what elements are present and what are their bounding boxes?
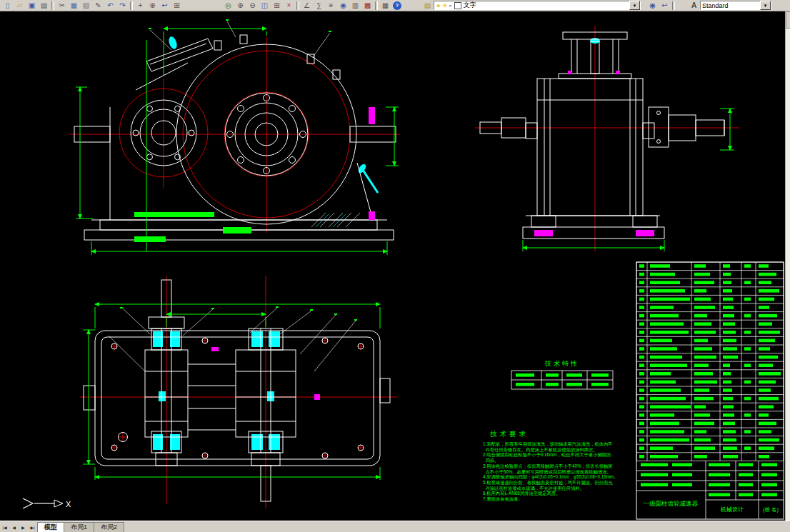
tech-requirements-block: 技术要求 1.装配前，所有零件用煤油清洗，滚动轴承用汽油清洗，机体内不 许有任何… <box>483 430 639 502</box>
zoom-window-icon[interactable]: ⊞ <box>171 1 183 11</box>
new-icon[interactable]: ▯ <box>1 1 14 11</box>
tech-requirements-line: 四倍。 <box>483 458 639 463</box>
drawing-title-text: 一级圆柱齿轮减速器 <box>644 500 699 507</box>
redraw-icon[interactable]: ◎ <box>222 1 234 11</box>
vertical-scrollbar-thumb[interactable] <box>786 11 790 29</box>
tech-requirements-line: 许有任何杂物存在。内壁涂上不被机油侵蚀的涂料两次。 <box>483 447 639 453</box>
save-icon[interactable]: ▣ <box>26 1 38 11</box>
text-style-combo[interactable]: Standard▼ <box>700 1 771 10</box>
redo-icon[interactable]: ↷ <box>116 1 129 11</box>
vertical-scrollbar[interactable] <box>785 11 790 521</box>
toolbar-separator <box>296 1 299 10</box>
tech-requirements-line: 4.应调整轴承轴向间隙：φ40为0.05~0.1mm，φ55为0.08~0.15… <box>483 474 639 480</box>
layers-icon[interactable]: ▤ <box>421 1 434 11</box>
zoom-scale-icon[interactable]: ⊞ <box>271 1 283 11</box>
text-style-combo-dropdown-icon[interactable]: ▼ <box>760 1 771 10</box>
toolbar-separator <box>375 1 378 10</box>
cut-icon[interactable]: ✂ <box>56 1 68 11</box>
autocad-window: { "colors": { "toolbar_bg": "#d4d0c8", "… <box>0 0 790 532</box>
make-object-layer-current-icon[interactable]: ◉ <box>646 1 659 11</box>
help-icon[interactable]: ? <box>393 1 401 10</box>
tech-requirements-line: 1.装配前，所有零件用煤油清洗，滚动轴承用汽油清洗，机体内不 <box>483 441 639 447</box>
zoom-previous-icon[interactable]: ↩ <box>159 1 171 11</box>
layer-lock-icon[interactable]: ▪ <box>449 2 451 9</box>
tech-requirements-line: 2.啮合侧隙用铅丝检验不小于0.16mm，铅丝不得大于最小侧隙的 <box>483 452 639 458</box>
tab-scroll-next[interactable]: ▶ <box>19 523 28 532</box>
zoom-out-icon[interactable]: ⊖ <box>246 1 259 11</box>
tech-characteristics-title: 技术特性 <box>544 360 579 367</box>
tab-scroll-last[interactable]: ▶| <box>28 523 37 532</box>
tech-requirements-line: 6.机座内装L-AN68润滑油至规定高度。 <box>483 491 639 496</box>
layer-combo-dropdown-icon[interactable]: ▼ <box>629 1 640 10</box>
zoom-realtime-icon[interactable]: ⊕ <box>146 1 159 11</box>
tech-requirements-text: 1.装配前，所有零件用煤油清洗，滚动轴承用汽油清洗，机体内不 许有任何杂物存在。… <box>483 441 639 502</box>
drawing-canvas[interactable]: 技术特性 一级圆柱齿轮减速器 机械设计 (校 名) <box>0 0 790 532</box>
layer-combo[interactable]: ●☀▪文字▼ <box>434 1 641 10</box>
area-icon[interactable]: ∑ <box>313 1 325 11</box>
layer-on-bulb-icon[interactable]: ● <box>436 2 440 9</box>
text-style-icon[interactable]: A <box>688 1 700 11</box>
properties-icon[interactable]: ▩ <box>361 1 374 11</box>
toolbar-separator <box>51 1 54 10</box>
zoom-in-icon[interactable]: ⊕ <box>234 1 246 11</box>
discipline-text: 机械设计 <box>720 506 744 513</box>
erase-icon[interactable]: × <box>283 1 295 11</box>
tech-requirements-line: 3.用涂色法检验斑点：按齿高接触斑点不小于40%；按齿长接触斑 <box>483 463 639 469</box>
tech-requirements-line: 许涂以密封油漆或水玻璃，不允许使用任何填料。 <box>483 486 639 491</box>
calculator-icon[interactable]: ▥ <box>349 1 361 11</box>
toolbar-separator <box>130 1 133 10</box>
text-style-combo-value: Standard <box>702 2 729 9</box>
plot-icon[interactable]: ▤ <box>38 1 50 11</box>
main-toolbar: ▯▱▣▤✂▦▧✎↶↷+⊕↩⊞◎⊕⊖◫⊞×∠∑≡◉▥▩▦?▤●☀▪文字▼◉↩ASt… <box>0 0 790 11</box>
ucs-x-axis-label: X <box>66 500 71 508</box>
open-icon[interactable]: ▱ <box>14 1 26 11</box>
table-icon[interactable]: ▦ <box>379 1 391 11</box>
layer-freeze-sun-icon[interactable]: ☀ <box>441 2 447 9</box>
toolbar-separator <box>672 1 675 10</box>
zoom-extents-icon[interactable]: ◫ <box>259 1 271 11</box>
tab-model[interactable]: 模型 <box>37 522 64 532</box>
tab-scroll-first[interactable]: |◀ <box>0 523 9 532</box>
distance-icon[interactable]: ∠ <box>301 1 313 11</box>
tech-requirements-line: 5.检查减速器剖分面、各接触面及密封处，均不许漏油。剖分面允 <box>483 480 639 486</box>
paste-icon[interactable]: ▧ <box>80 1 92 11</box>
match-properties-icon[interactable]: ✎ <box>92 1 104 11</box>
list-icon[interactable]: ≡ <box>325 1 337 11</box>
tab-scroll-prev[interactable]: ◀ <box>9 523 19 532</box>
school-name-text: (校 名) <box>763 506 779 513</box>
tech-requirements-title: 技术要求 <box>490 430 639 439</box>
tech-requirements-line: 7.表面涂灰色油漆。 <box>483 496 639 502</box>
tab-layout2[interactable]: 布局2 <box>94 522 124 532</box>
tab-layout1[interactable]: 布局1 <box>64 522 94 532</box>
layer-combo-value: 文字 <box>464 1 476 10</box>
undo-icon[interactable]: ↶ <box>104 1 116 11</box>
layer-color-swatch-icon <box>454 2 461 9</box>
layout-tab-bar: |◀◀▶▶|模型布局1布局2 <box>0 521 790 532</box>
pan-icon[interactable]: + <box>134 1 146 11</box>
tech-requirements-line: 点不小于50%。必要时可用研磨或刮后研磨以便改善接触情况。 <box>483 469 639 475</box>
layer-previous-icon[interactable]: ↩ <box>659 1 671 11</box>
id-point-icon[interactable]: ◉ <box>337 1 349 11</box>
copy-icon[interactable]: ▦ <box>68 1 80 11</box>
